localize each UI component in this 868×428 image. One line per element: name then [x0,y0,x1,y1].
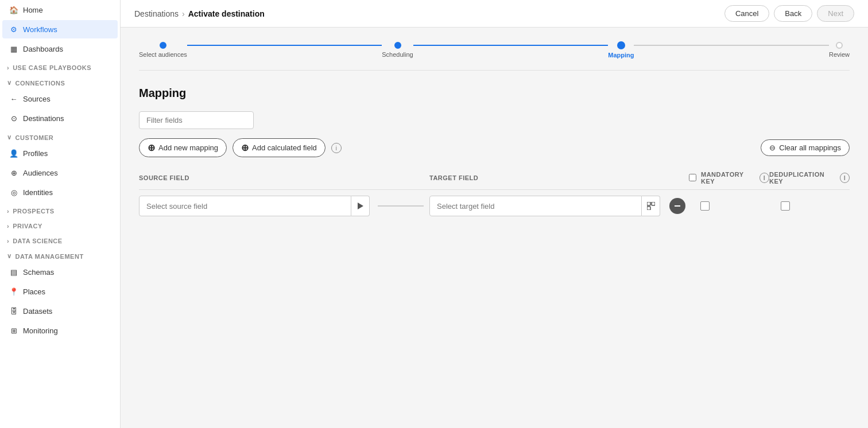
sidebar-item-profiles[interactable]: 👤 Profiles [2,144,118,162]
section-data-science[interactable]: › DATA SCIENCE [0,232,120,247]
sidebar-item-destinations[interactable]: ⊙ Destinations [2,109,118,127]
sidebar-item-label: Destinations [23,114,64,123]
back-button[interactable]: Back [774,5,812,22]
section-data-management[interactable]: ∨ DATA MANAGEMENT [0,247,120,262]
mandatory-key-info-icon: i [760,173,769,183]
mandatory-key-header: MANDATORY KEY i [689,171,769,185]
clear-all-mappings-button[interactable]: ⊖ Clear all mappings [761,139,850,156]
section-connections[interactable]: ∨ CONNECTIONS [0,73,120,89]
deduplication-key-checkbox[interactable] [781,201,790,211]
plus-icon: ⊕ [148,142,155,153]
mandatory-key-checkbox[interactable] [700,201,710,211]
add-mapping-button[interactable]: ⊕ Add new mapping [139,138,227,157]
minus-icon [675,205,680,207]
mandatory-key-checkbox-all[interactable] [689,174,696,181]
identities-icon: ◎ [9,188,18,197]
profiles-icon: 👤 [9,149,18,158]
mapping-table-header: SOURCE FIELD TARGET FIELD MANDATORY KEY … [139,171,850,190]
step-review: Review [829,42,850,58]
svg-rect-3 [647,207,650,210]
add-calculated-label: Add calculated field [252,143,317,152]
section-prospects[interactable]: › PROSPECTS [0,202,120,217]
step-dot [394,42,401,49]
sidebar-item-sources[interactable]: ← Sources [2,90,118,108]
step-select-audiences: Select audiences [139,42,187,58]
step-dot [836,42,843,49]
connector-line [372,205,429,207]
chevron-right-icon: › [7,238,9,244]
breadcrumb-parent[interactable]: Destinations [134,9,179,18]
source-field-cell [139,196,372,216]
breadcrumb: Destinations › Activate destination [134,9,265,18]
mandatory-key-cell [689,201,769,211]
sidebar-item-dashboards[interactable]: ▦ Dashboards [2,40,118,58]
svg-marker-0 [358,203,363,209]
chevron-right-icon: › [7,223,9,229]
chevron-down-icon: ∨ [7,79,12,87]
sidebar-item-label: Schemas [23,268,54,277]
sidebar-item-home[interactable]: 🏠 Home [2,1,118,19]
remove-mapping-button[interactable] [669,198,685,214]
filter-input[interactable] [139,111,254,129]
svg-rect-4 [675,205,680,207]
sidebar-item-label: Dashboards [23,45,63,53]
target-field-cell [429,196,660,216]
next-button: Next [817,5,854,22]
sidebar-item-label: Sources [23,95,51,103]
sidebar-item-schemas[interactable]: ▤ Schemas [2,263,118,281]
add-mapping-label: Add new mapping [158,143,218,152]
step-label: Review [829,51,850,58]
source-field-input[interactable] [139,196,351,216]
step-dot [160,42,166,49]
target-field-input[interactable] [429,196,642,216]
svg-rect-1 [647,202,650,205]
chevron-down-icon: ∨ [7,252,12,260]
topbar-actions: Cancel Back Next [724,5,854,22]
page-content: Select audiences Scheduling Mapping Revi… [121,28,868,428]
step-label: Scheduling [382,51,413,58]
sidebar-item-workflows[interactable]: ⚙ Workflows [2,20,118,38]
svg-rect-2 [652,202,655,205]
sources-icon: ← [9,94,18,103]
checkbox-header [689,174,699,182]
workflows-icon: ⚙ [9,25,18,34]
add-calculated-field-button[interactable]: ⊕ Add calculated field [232,138,326,157]
mapping-title: Mapping [139,87,850,100]
chevron-right-icon: › [7,208,9,215]
step-line [413,45,609,46]
stepper: Select audiences Scheduling Mapping Revi… [139,41,850,71]
breadcrumb-current: Activate destination [188,9,265,18]
sidebar-item-datasets[interactable]: 🗄 Datasets [2,302,118,320]
deduplication-key-header: DEDUPLICATION KEY i [769,171,850,185]
cancel-button[interactable]: Cancel [724,5,769,22]
source-arrow-button[interactable] [351,196,370,216]
deduplication-key-cell [769,201,850,211]
actions-left: ⊕ Add new mapping ⊕ Add calculated field… [139,138,342,157]
step-line [634,45,829,46]
target-field-header: TARGET FIELD [429,174,660,181]
sidebar-item-label: Identities [23,188,53,197]
sidebar: 🏠 Home ⚙ Workflows ▦ Dashboards › USE CA… [0,0,121,428]
sidebar-item-label: Datasets [23,307,52,316]
section-use-case-playbooks[interactable]: › USE CASE PLAYBOOKS [0,59,120,73]
step-label: Select audiences [139,51,187,58]
mapping-row [139,196,850,216]
remove-cell [660,198,689,214]
schemas-icon: ▤ [9,267,18,277]
home-icon: 🏠 [9,5,18,14]
transform-icon [647,202,655,210]
topbar: Destinations › Activate destination Canc… [121,0,868,28]
dedup-key-info-icon: i [840,173,850,183]
transform-button[interactable] [642,196,660,216]
sidebar-item-identities[interactable]: ◎ Identities [2,183,118,201]
clear-all-label: Clear all mappings [779,143,841,152]
section-privacy[interactable]: › PRIVACY [0,217,120,232]
section-customer[interactable]: ∨ CUSTOMER [0,128,120,143]
sidebar-item-label: Places [23,287,45,296]
sidebar-item-monitoring[interactable]: ⊞ Monitoring [2,321,118,340]
sidebar-item-places[interactable]: 📍 Places [2,282,118,301]
arrow-right-icon [358,203,363,209]
sidebar-item-audiences[interactable]: ⊕ Audiences [2,164,118,182]
sidebar-item-label: Home [23,6,43,14]
chevron-down-icon: ∨ [7,134,12,141]
